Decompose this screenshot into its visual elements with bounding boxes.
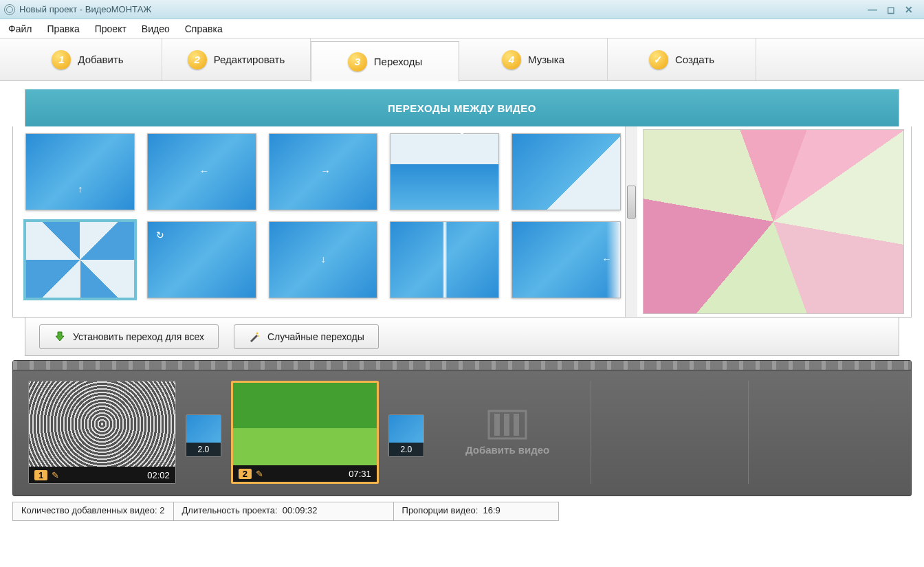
svg-rect-3 (494, 414, 500, 436)
clip-duration: 07:31 (349, 469, 371, 479)
add-video-button[interactable]: Добавить видео (434, 381, 582, 484)
step-check-icon (649, 50, 668, 69)
transition-thumb[interactable] (512, 133, 621, 210)
preview-image (643, 129, 904, 314)
tab-music[interactable]: 4 Музыка (459, 38, 608, 80)
menu-edit[interactable]: Правка (47, 23, 79, 34)
magic-wand-icon (248, 331, 261, 343)
svg-point-0 (256, 332, 258, 334)
timeline: 1 ✎ 02:02 2.0 2 ✎ 07:31 2.0 (12, 360, 912, 496)
scrollbar-thumb[interactable] (627, 186, 636, 219)
step-number-icon: 3 (348, 52, 367, 71)
random-transitions-button[interactable]: Случайные переходы (234, 324, 379, 349)
apply-all-button[interactable]: Установить переход для всех (39, 324, 219, 349)
status-duration: Длительность проекта: 00:09:32 (174, 502, 394, 521)
arrow-down-icon (54, 331, 66, 343)
pencil-icon[interactable]: ✎ (256, 469, 263, 479)
transition-thumb[interactable]: → (269, 133, 378, 210)
timeline-ruler (13, 361, 911, 370)
menu-help[interactable]: Справка (185, 23, 223, 34)
app-icon (4, 4, 15, 15)
step-number-icon: 4 (502, 50, 521, 69)
menu-video[interactable]: Видео (142, 23, 170, 34)
svg-rect-4 (504, 414, 509, 436)
actions-bar: Установить переход для всех Случайные пе… (25, 318, 899, 356)
tab-label: Создать (675, 54, 714, 65)
transition-thumb[interactable] (390, 133, 499, 210)
workflow-tabs: 1 Добавить 2 Редактировать 3 Переходы 4 … (0, 38, 924, 81)
tab-edit[interactable]: 2 Редактировать (162, 38, 311, 80)
svg-point-1 (258, 335, 259, 337)
banner-text: ПЕРЕХОДЫ МЕЖДУ ВИДЕО (388, 102, 536, 114)
section-banner: ПЕРЕХОДЫ МЕЖДУ ВИДЕО (25, 89, 899, 126)
tab-create[interactable]: Создать (608, 38, 756, 80)
clip-thumbnail (29, 381, 175, 467)
transition-thumb[interactable]: ← (512, 221, 621, 298)
maximize-button[interactable]: ◻ (887, 4, 895, 15)
clip-index: 2 (239, 469, 252, 479)
menu-file[interactable]: Файл (8, 23, 32, 34)
tab-label: Добавить (78, 54, 123, 65)
clip-thumbnail (233, 383, 377, 465)
transition-duration: 2.0 (197, 445, 209, 454)
transition-duration: 2.0 (400, 445, 412, 454)
clip-duration: 02:02 (147, 470, 170, 480)
clip-index: 1 (34, 470, 47, 480)
tab-transitions[interactable]: 3 Переходы (311, 41, 459, 82)
status-bar: Количество добавленных видео: 2 Длительн… (12, 502, 912, 521)
step-number-icon: 2 (188, 50, 207, 69)
transition-thumb[interactable]: ↑ (25, 133, 135, 210)
transition-thumb[interactable]: ↻ (147, 221, 256, 298)
transition-thumb[interactable]: ↓ (269, 221, 378, 298)
transition-thumb[interactable]: ← (147, 133, 256, 210)
tab-label: Музыка (528, 54, 564, 65)
film-icon (487, 410, 527, 440)
add-video-label: Добавить видео (465, 444, 549, 456)
step-number-icon: 1 (52, 50, 71, 69)
transition-thumb-selected[interactable] (25, 221, 135, 298)
preview-pane (637, 126, 911, 317)
svg-rect-5 (514, 414, 519, 436)
empty-slot (591, 381, 738, 484)
window-title: Новый проект - ВидеоМОНТАЖ (19, 4, 151, 14)
menu-project[interactable]: Проект (95, 23, 126, 34)
empty-slot (748, 381, 896, 484)
tab-add[interactable]: 1 Добавить (14, 38, 162, 80)
pencil-icon[interactable]: ✎ (52, 470, 59, 480)
timeline-clip[interactable]: 1 ✎ 02:02 (28, 381, 176, 484)
close-button[interactable]: ✕ (905, 4, 913, 15)
tab-label: Переходы (374, 56, 422, 67)
button-label: Установить переход для всех (73, 331, 204, 342)
transition-thumb[interactable] (390, 221, 499, 298)
timeline-clip-selected[interactable]: 2 ✎ 07:31 (231, 381, 379, 484)
button-label: Случайные переходы (267, 331, 364, 342)
title-bar: Новый проект - ВидеоМОНТАЖ — ◻ ✕ (0, 0, 924, 19)
tab-label: Редактировать (214, 54, 285, 65)
menu-bar: Файл Правка Проект Видео Справка (0, 19, 924, 38)
minimize-button[interactable]: — (868, 4, 877, 15)
vertical-scrollbar[interactable] (625, 126, 637, 317)
main-content: ↑ ← → ↻ ↓ ← (12, 126, 912, 318)
status-count: Количество добавленных видео: 2 (12, 502, 174, 521)
transitions-grid[interactable]: ↑ ← → ↻ ↓ ← (13, 126, 625, 317)
timeline-transition[interactable]: 2.0 (388, 414, 424, 457)
status-ratio: Пропорции видео: 16:9 (394, 502, 559, 521)
timeline-transition[interactable]: 2.0 (186, 414, 221, 457)
